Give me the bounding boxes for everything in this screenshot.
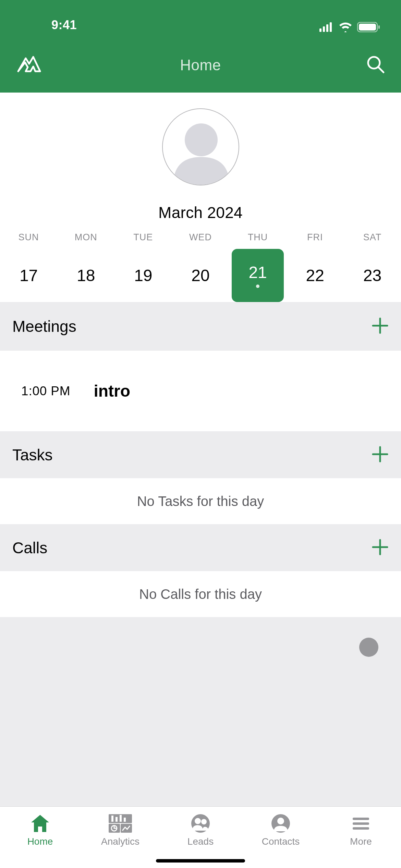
svg-rect-31 bbox=[353, 827, 369, 830]
tab-contacts[interactable]: Contacts bbox=[241, 813, 321, 847]
cellular-icon bbox=[319, 22, 334, 32]
svg-rect-1 bbox=[323, 26, 325, 32]
empty-filler bbox=[0, 617, 401, 806]
more-icon bbox=[350, 813, 372, 833]
svg-rect-29 bbox=[353, 818, 369, 820]
plus-icon bbox=[372, 539, 389, 556]
search-icon[interactable] bbox=[366, 55, 386, 76]
weekday-label: THU bbox=[229, 232, 287, 249]
status-time: 9:41 bbox=[51, 18, 77, 32]
avatar-container bbox=[0, 93, 401, 185]
tasks-empty: No Tasks for this day bbox=[0, 478, 401, 524]
svg-rect-6 bbox=[378, 25, 380, 29]
weekday-label: SUN bbox=[0, 232, 57, 249]
tab-label: Leads bbox=[187, 836, 214, 847]
home-icon bbox=[29, 813, 51, 833]
home-indicator bbox=[156, 859, 245, 863]
date-21-selected[interactable]: 21 bbox=[229, 249, 287, 302]
calls-header: Calls bbox=[0, 524, 401, 571]
svg-rect-5 bbox=[359, 24, 376, 31]
date-17[interactable]: 17 bbox=[0, 266, 57, 285]
svg-rect-30 bbox=[353, 822, 369, 825]
plus-icon bbox=[372, 446, 389, 463]
week-header: SUN MON TUE WED THU FRI SAT bbox=[0, 232, 401, 249]
event-indicator-dot bbox=[256, 285, 259, 288]
weekday-label: FRI bbox=[287, 232, 344, 249]
svg-rect-20 bbox=[124, 818, 126, 822]
date-19[interactable]: 19 bbox=[114, 266, 172, 285]
svg-rect-17 bbox=[111, 816, 113, 822]
meeting-title: intro bbox=[94, 382, 130, 400]
add-call-button[interactable] bbox=[372, 539, 389, 557]
plus-icon bbox=[372, 317, 389, 334]
analytics-icon bbox=[108, 813, 133, 833]
calls-empty: No Calls for this day bbox=[0, 571, 401, 617]
floating-action-dot[interactable] bbox=[359, 638, 378, 657]
leads-icon bbox=[190, 813, 211, 833]
date-22[interactable]: 22 bbox=[287, 266, 344, 285]
tasks-title: Tasks bbox=[12, 446, 53, 464]
tab-label: Contacts bbox=[262, 836, 300, 847]
battery-icon bbox=[357, 22, 380, 32]
avatar[interactable] bbox=[162, 108, 239, 185]
status-bar: 9:41 bbox=[0, 0, 401, 38]
wifi-icon bbox=[339, 22, 352, 32]
nav-bar: Home bbox=[0, 38, 401, 93]
tab-label: Analytics bbox=[101, 836, 139, 847]
svg-rect-2 bbox=[326, 24, 328, 32]
weekday-label: MON bbox=[57, 232, 114, 249]
calls-title: Calls bbox=[12, 539, 47, 557]
nav-title: Home bbox=[46, 57, 355, 74]
add-meeting-button[interactable] bbox=[372, 317, 389, 336]
meetings-title: Meetings bbox=[12, 317, 76, 336]
svg-rect-3 bbox=[330, 22, 332, 32]
meetings-header: Meetings bbox=[0, 302, 401, 351]
tasks-header: Tasks bbox=[0, 431, 401, 478]
meeting-time: 1:00 PM bbox=[21, 384, 70, 398]
svg-point-9 bbox=[185, 123, 218, 156]
date-20[interactable]: 20 bbox=[172, 266, 229, 285]
meeting-row[interactable]: 1:00 PM intro bbox=[0, 351, 401, 431]
contacts-icon bbox=[270, 813, 292, 833]
month-label: March 2024 bbox=[0, 185, 401, 232]
tab-more[interactable]: More bbox=[321, 813, 401, 847]
tab-analytics[interactable]: Analytics bbox=[80, 813, 160, 847]
date-18[interactable]: 18 bbox=[57, 266, 114, 285]
zia-logo-icon[interactable] bbox=[15, 55, 43, 75]
week-dates: 17 18 19 20 21 22 23 bbox=[0, 249, 401, 302]
svg-rect-19 bbox=[120, 815, 122, 822]
weekday-label: WED bbox=[172, 232, 229, 249]
date-23[interactable]: 23 bbox=[344, 266, 401, 285]
tab-label: Home bbox=[27, 836, 53, 847]
add-task-button[interactable] bbox=[372, 446, 389, 464]
tab-leads[interactable]: Leads bbox=[160, 813, 241, 847]
tab-bar: Home Analytics bbox=[0, 806, 401, 868]
svg-line-8 bbox=[378, 67, 384, 72]
weekday-label: TUE bbox=[114, 232, 172, 249]
weekday-label: SAT bbox=[344, 232, 401, 249]
svg-point-26 bbox=[201, 819, 207, 824]
tab-home[interactable]: Home bbox=[0, 813, 80, 847]
tab-label: More bbox=[350, 836, 372, 847]
status-icons bbox=[319, 22, 380, 32]
svg-point-28 bbox=[277, 818, 284, 824]
svg-point-25 bbox=[195, 818, 201, 824]
svg-rect-0 bbox=[319, 28, 321, 32]
svg-rect-18 bbox=[116, 817, 118, 822]
